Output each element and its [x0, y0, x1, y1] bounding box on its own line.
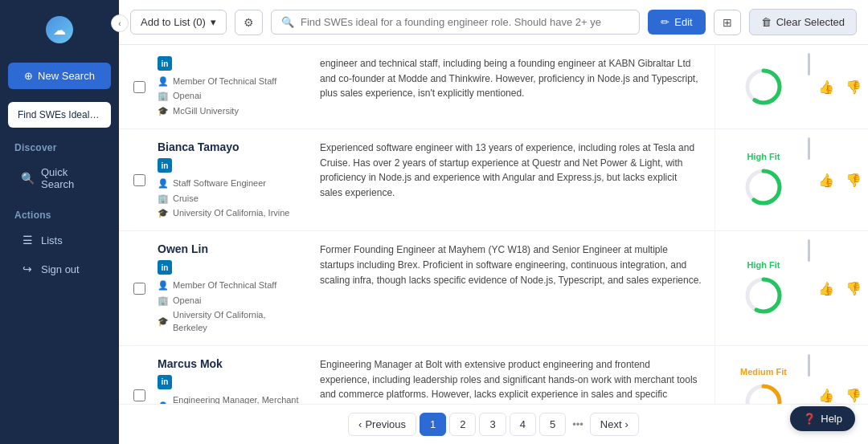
row-checkbox[interactable] [133, 283, 145, 295]
trash-icon: 🗑 [761, 16, 772, 28]
table-row: Marcus Mok in 👤 Engineering Manager, Mer… [119, 346, 868, 404]
actions-section: 👍 👎 [812, 231, 868, 345]
thumbs-up-button[interactable]: 👍 [816, 279, 837, 299]
actions-section: 👍 👎 [812, 45, 868, 128]
thumbs-down-button[interactable]: 👎 [843, 77, 864, 97]
thumbs-up-button[interactable]: 👍 [816, 170, 837, 190]
candidate-name: Marcus Mok [158, 357, 299, 370]
fit-donut-chart [743, 166, 784, 208]
page-4-button[interactable]: 4 [510, 413, 536, 436]
row-checkbox[interactable] [133, 389, 145, 401]
pagination: ‹ Previous 1 2 3 4 5 ••• Next › [119, 404, 868, 444]
fit-section: High Fit [715, 129, 812, 230]
candidate-summary: Engineering Manager at Bolt with extensi… [307, 346, 715, 404]
candidate-name: Owen Lin [158, 242, 299, 255]
clear-selected-button[interactable]: 🗑 Clear Selected [749, 9, 857, 35]
candidate-university: 🎓 McGill University [158, 105, 299, 117]
search-icon: 🔍 [281, 16, 294, 28]
row-checkbox[interactable] [133, 174, 145, 186]
table-row: Bianca Tamayo in 👤 Staff Software Engine… [119, 129, 868, 231]
fit-donut-chart [743, 275, 784, 316]
candidate-company: 🏢 Openai [158, 90, 299, 102]
linkedin-badge[interactable]: in [158, 158, 172, 173]
sidebar-item-label: Quick Search [41, 166, 98, 190]
new-search-label: New Search [38, 70, 95, 82]
chevron-right-icon: › [625, 418, 628, 430]
sidebar-item-sign-out[interactable]: ↪ Sign out [6, 255, 113, 283]
page-3-button[interactable]: 3 [479, 413, 506, 436]
graduation-icon: 🎓 [158, 105, 169, 117]
thumbs-down-button[interactable]: 👎 [843, 385, 864, 404]
fit-donut-chart [743, 66, 784, 108]
candidate-company: 🏢 Openai [158, 295, 299, 307]
candidate-info: Bianca Tamayo in 👤 Staff Software Engine… [154, 129, 307, 230]
building-icon: 🏢 [158, 295, 169, 307]
graduation-icon: 🎓 [158, 207, 169, 219]
candidate-list: in 👤 Member Of Technical Staff 🏢 Openai … [119, 45, 868, 404]
candidate-name: Bianca Tamayo [158, 141, 299, 153]
candidate-info: Marcus Mok in 👤 Engineering Manager, Mer… [154, 346, 307, 404]
plus-icon: ⊕ [24, 70, 33, 82]
row-checkbox[interactable] [133, 81, 145, 93]
next-button[interactable]: Next › [590, 413, 639, 436]
topbar: Add to List (0) ▾ ⚙ 🔍 ✏ Edit ⊞ 🗑 Clear S… [119, 0, 868, 45]
previous-label: Previous [365, 418, 406, 430]
graduation-icon: 🎓 [158, 316, 169, 328]
add-to-list-button[interactable]: Add to List (0) ▾ [130, 10, 227, 35]
filter-button[interactable]: ⚙ [235, 10, 263, 35]
search-input[interactable] [301, 16, 629, 28]
row-checkbox-container [119, 346, 154, 404]
scroll-indicator [808, 354, 810, 377]
sidebar-item-quick-search[interactable]: 🔍 Quick Search [6, 159, 113, 198]
building-icon: 🏢 [158, 90, 169, 102]
help-label: Help [821, 413, 842, 425]
filter-icon: ⚙ [244, 16, 254, 29]
candidate-role: 👤 Staff Software Engineer [158, 177, 299, 189]
linkedin-badge[interactable]: in [158, 56, 172, 71]
linkedin-badge[interactable]: in [158, 375, 172, 389]
row-checkbox-container [119, 231, 154, 345]
candidate-summary: Experienced software engineer with 13 ye… [307, 129, 715, 230]
sidebar-logo: ☁ [0, 8, 119, 56]
person-icon: 👤 [158, 279, 169, 291]
page-5-button[interactable]: 5 [539, 413, 566, 436]
row-checkbox-container [119, 129, 154, 230]
search-bar[interactable]: 🔍 [271, 10, 640, 35]
edit-icon: ✏ [661, 16, 669, 28]
help-icon: ❓ [803, 413, 816, 425]
candidate-university: 🎓 University Of California, Berkeley [158, 309, 299, 334]
candidate-summary: Former Founding Engineer at Mayhem (YC W… [307, 231, 715, 345]
new-search-button[interactable]: ⊕ New Search [8, 63, 111, 89]
active-search-tab[interactable]: Find SWEs Ideal For A... [8, 102, 111, 128]
fit-section: Medium Fit [715, 346, 812, 404]
search-icon: 🔍 [21, 172, 34, 185]
person-icon: 👤 [158, 401, 169, 404]
previous-button[interactable]: ‹ Previous [348, 413, 416, 436]
sidebar-item-label: Lists [41, 234, 63, 246]
edit-button[interactable]: ✏ Edit [648, 10, 705, 35]
thumbs-down-button[interactable]: 👎 [843, 279, 864, 299]
add-to-list-label: Add to List (0) [141, 16, 206, 28]
collapse-button[interactable]: ‹ [111, 14, 129, 32]
scroll-indicator [808, 137, 810, 160]
actions-section: 👍 👎 [812, 346, 868, 404]
clear-selected-label: Clear Selected [776, 16, 845, 28]
thumbs-up-button[interactable]: 👍 [816, 385, 837, 404]
candidate-summary: engineer and technical staff, including … [307, 45, 715, 128]
discover-section: Discover [0, 131, 119, 158]
linkedin-badge[interactable]: in [158, 260, 172, 275]
grid-view-button[interactable]: ⊞ [714, 10, 741, 35]
candidate-info: in 👤 Member Of Technical Staff 🏢 Openai … [154, 45, 307, 128]
sidebar-item-label: Sign out [41, 263, 80, 275]
thumbs-down-button[interactable]: 👎 [843, 170, 864, 190]
next-label: Next [600, 418, 622, 430]
sidebar-item-lists[interactable]: ☰ Lists [6, 226, 113, 254]
thumbs-up-button[interactable]: 👍 [816, 77, 837, 97]
fit-section [715, 45, 812, 128]
candidate-role: 👤 Member Of Technical Staff [158, 75, 299, 88]
page-2-button[interactable]: 2 [449, 413, 476, 436]
help-button[interactable]: ❓ Help [790, 406, 855, 431]
building-icon: 🏢 [158, 193, 169, 205]
candidate-role: 👤 Engineering Manager, Merchant Engageme… [158, 394, 299, 404]
page-1-button[interactable]: 1 [420, 413, 446, 436]
